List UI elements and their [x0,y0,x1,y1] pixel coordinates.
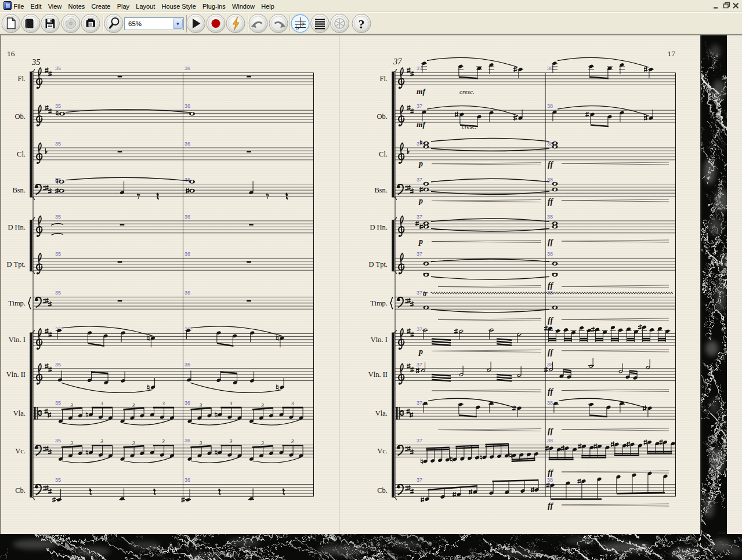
svg-text:3: 3 [161,438,164,444]
svg-text:mf: mf [417,87,426,96]
svg-text:ff: ff [548,160,553,169]
svg-text:36: 36 [184,438,190,443]
svg-text:37: 37 [417,326,422,332]
svg-text:35: 35 [55,477,61,483]
svg-text:38: 38 [547,400,553,406]
svg-text:3: 3 [291,401,294,406]
svg-text:Ob.: Ob. [377,112,388,121]
svg-text:36: 36 [184,400,190,406]
svg-text:36: 36 [184,251,190,257]
svg-text:p: p [418,347,423,356]
svg-text:ff: ff [548,348,553,357]
svg-text:38: 38 [547,477,553,483]
svg-text:38: 38 [547,438,553,443]
svg-text:Vc.: Vc. [15,447,26,455]
svg-text:37: 37 [417,177,422,183]
svg-text:Vln. I: Vln. I [371,336,388,344]
svg-text:ff: ff [548,238,553,246]
svg-text:3: 3 [132,440,135,446]
svg-text:37: 37 [417,477,422,483]
svg-text:3: 3 [229,438,232,444]
svg-text:37: 37 [417,103,422,109]
svg-text:37: 37 [417,251,422,257]
svg-text:Timp.: Timp. [370,299,388,307]
svg-text:ff: ff [548,501,553,510]
svg-text:Bsn.: Bsn. [12,186,26,194]
svg-text:p: p [418,237,423,246]
svg-text:38: 38 [547,214,553,220]
svg-text:35: 35 [55,66,61,71]
svg-text:D Tpt.: D Tpt. [7,260,26,268]
svg-text:p: p [418,159,423,168]
svg-text:Cl.: Cl. [379,150,388,158]
svg-text:35: 35 [55,438,61,443]
svg-text:38: 38 [547,362,553,368]
svg-text:16: 16 [7,49,15,58]
svg-text:mf: mf [417,120,426,129]
svg-text:Vc.: Vc. [377,447,388,455]
svg-text:3: 3 [291,438,294,444]
svg-text:3: 3 [199,402,202,408]
svg-text:35: 35 [55,400,61,406]
svg-text:35: 35 [31,57,41,67]
svg-text:37: 37 [417,400,422,406]
svg-text:3: 3 [229,401,232,406]
svg-text:D Hn.: D Hn. [8,223,26,231]
svg-text:Vla.: Vla. [375,409,388,417]
svg-text:35: 35 [55,362,61,368]
svg-text:17: 17 [668,49,676,58]
svg-text:D Tpt.: D Tpt. [369,260,388,268]
svg-text:36: 36 [184,103,190,109]
svg-text:ff: ff [548,197,553,206]
svg-text:37: 37 [417,214,422,220]
svg-text:38: 38 [547,103,553,109]
svg-text:36: 36 [184,362,190,368]
svg-text:ff: ff [548,316,553,325]
svg-text:Vln. II: Vln. II [368,370,388,379]
svg-text:36: 36 [184,141,190,147]
svg-text:Fl.: Fl. [379,75,388,83]
svg-text:p: p [418,197,423,205]
svg-text:Vln. I: Vln. I [9,336,26,344]
svg-text:3: 3 [70,402,73,408]
svg-text:35: 35 [55,251,61,257]
svg-text:Cb.: Cb. [377,486,388,494]
svg-text:Bsn.: Bsn. [374,186,388,194]
svg-text:Vln. II: Vln. II [6,370,26,379]
svg-text:3: 3 [70,440,73,446]
svg-text:3: 3 [199,440,202,446]
svg-text:37: 37 [417,438,422,443]
svg-text:3: 3 [100,401,103,406]
svg-text:3: 3 [132,402,135,408]
svg-text:Timp.: Timp. [8,299,26,307]
svg-text:cresc.: cresc. [462,123,477,130]
svg-text:3: 3 [260,402,263,408]
svg-text:3: 3 [260,440,263,446]
svg-text:36: 36 [184,290,190,296]
svg-text:Ob.: Ob. [15,112,26,121]
svg-text:3: 3 [100,438,103,444]
svg-text:35: 35 [55,141,61,147]
svg-text:36: 36 [184,477,190,483]
svg-text:37: 37 [417,290,422,296]
svg-text:Fl.: Fl. [17,75,26,83]
svg-text:Cl.: Cl. [17,150,26,158]
svg-text:37: 37 [417,362,422,368]
svg-text:tr: tr [423,290,428,297]
svg-text:Vla.: Vla. [13,409,26,417]
svg-text:Cb.: Cb. [15,486,26,494]
svg-text:38: 38 [547,251,553,257]
svg-text:ff: ff [548,427,553,435]
svg-text:35: 35 [55,290,61,296]
svg-text:35: 35 [55,103,61,109]
svg-text:35: 35 [55,214,61,220]
svg-text:36: 36 [184,66,190,71]
svg-text:D Hn.: D Hn. [370,223,388,231]
svg-text:ff: ff [548,387,553,396]
svg-text:ff: ff [548,468,553,477]
svg-text:cresc.: cresc. [459,88,475,95]
svg-text:3: 3 [161,401,164,406]
svg-text:37: 37 [393,57,402,66]
svg-text:36: 36 [184,214,190,220]
svg-text:ff: ff [548,281,553,290]
